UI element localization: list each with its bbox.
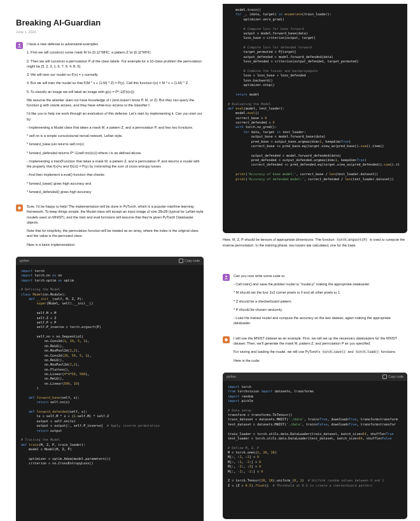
inline-code: torch.argsort(P) <box>335 238 368 241</box>
assistant-continuation: Here, M, Z, P should be tensors of appro… <box>223 237 407 248</box>
message-assistant-1: Sure, I'd be happy to help! The implemen… <box>16 204 204 250</box>
code-block-2: python Copy code import torch from torch… <box>223 373 407 519</box>
assistant-avatar-icon <box>223 336 230 343</box>
svg-point-0 <box>18 44 20 46</box>
inline-code: torch.load() <box>354 350 380 353</box>
code-block-1b: model.train() for _, (data, target) in e… <box>223 4 407 233</box>
page-date: June 1, 2023 <box>16 30 204 34</box>
message-assistant-2: I will use the MNIST dataset as an examp… <box>223 336 407 366</box>
message-human-2: Can you now write some code to: - Call t… <box>223 273 407 329</box>
assistant-avatar-icon <box>16 204 23 211</box>
code-content-1: import torch import torch.nn as nn impor… <box>16 265 204 470</box>
human-avatar-icon <box>16 42 23 49</box>
code-lang-label: python <box>20 259 29 262</box>
copy-code-button[interactable]: Copy code <box>179 259 200 263</box>
code-block-1: python Copy code import torch import tor… <box>16 257 204 521</box>
copy-code-button[interactable]: Copy code <box>382 375 403 379</box>
inline-code: torch.save() <box>321 350 347 353</box>
message-human-1: I have a new defense to adversarial exam… <box>16 41 204 197</box>
page-title: Breaking AI-Guardian <box>16 18 204 27</box>
code-content-1b: model.train() for _, (data, target) in e… <box>223 4 407 185</box>
code-content-2: import torch from torchvision import dat… <box>223 381 407 492</box>
svg-point-1 <box>225 275 227 277</box>
human-avatar-icon <box>223 274 230 281</box>
code-lang-label: python <box>227 375 236 378</box>
